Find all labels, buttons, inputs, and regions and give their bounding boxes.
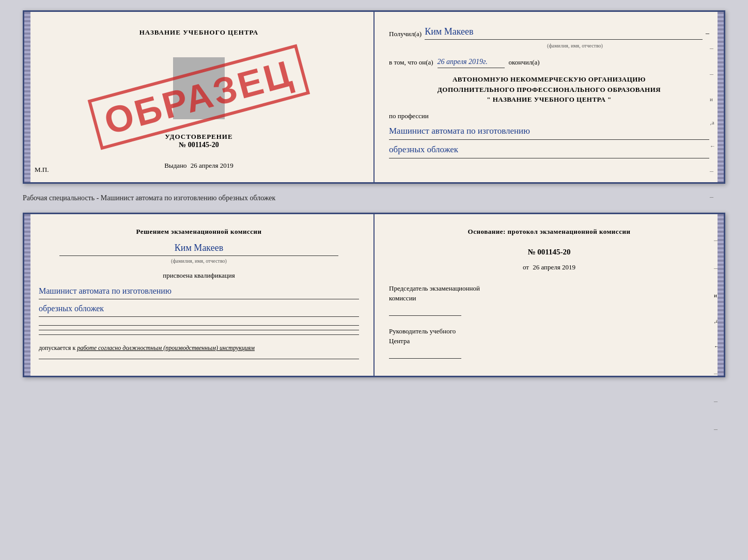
kvalif-line1: Машинист автомата по изготовлению bbox=[39, 284, 359, 299]
bottom-separator-line2 bbox=[39, 330, 359, 330]
vydano-line: Выдано 26 апреля 2019 bbox=[164, 162, 233, 170]
top-right-panel: Получил(а) Ким Макеев – (фамилия, имя, о… bbox=[375, 12, 724, 182]
caption-line: Рабочая специальность - Машинист автомат… bbox=[23, 192, 725, 204]
fio-subtitle: (фамилия, имя, отчество) bbox=[441, 42, 709, 50]
predsedatel-block: Председатель экзаменационной комиссии bbox=[389, 283, 709, 316]
spine-bottom-right bbox=[718, 214, 724, 376]
protocol-date: 26 апреля 2019 bbox=[533, 263, 575, 271]
rukovoditel-signature-line bbox=[389, 348, 461, 359]
rukovoditel-label: Руководитель учебного bbox=[389, 326, 709, 337]
predsedatel-signature-line bbox=[389, 306, 461, 316]
spine-right bbox=[718, 12, 724, 182]
org-line1: АВТОНОМНУЮ НЕКОММЕРЧЕСКУЮ ОРГАНИЗАЦИЮ bbox=[389, 74, 709, 85]
dopuskaetsya-block: допускается к работе согласно должностны… bbox=[39, 343, 359, 353]
side-label-arrow: ← bbox=[710, 142, 715, 151]
bottom-right-panel: Основание: протокол экзаменационной коми… bbox=[375, 214, 724, 376]
resheniem-title: Решением экзаменационной комиссии bbox=[39, 227, 359, 237]
right-side-lines: – – и ‚а ← – – – bbox=[710, 43, 715, 229]
po-professii-label: по профессии bbox=[389, 111, 709, 122]
org-line2: ДОПОЛНИТЕЛЬНОГО ПРОФЕССИОНАЛЬНОГО ОБРАЗО… bbox=[389, 85, 709, 95]
vydano-label: Выдано bbox=[164, 162, 186, 169]
udostoverenie-title: УДОСТОВЕРЕНИЕ bbox=[165, 133, 232, 141]
centra-label: Центра bbox=[389, 336, 709, 346]
protocol-number: № 001145-20 bbox=[389, 246, 709, 258]
prisvoena-label: присвоена квалификация bbox=[39, 270, 359, 281]
dopusk-label: допускается к bbox=[39, 344, 75, 351]
bottom-separator-line4 bbox=[39, 359, 359, 359]
kvalif-line2: обрезных обложек bbox=[39, 301, 359, 317]
protocol-date-line: от 26 апреля 2019 bbox=[389, 262, 709, 273]
rukovoditel-block: Руководитель учебного Центра bbox=[389, 326, 709, 359]
school-title: НАЗВАНИЕ УЧЕБНОГО ЦЕНТРА bbox=[139, 28, 259, 37]
photo-placeholder bbox=[173, 57, 225, 119]
bottom-left-panel: Решением экзаменационной комиссии Ким Ма… bbox=[24, 214, 375, 376]
mp-label: М.П. bbox=[35, 166, 49, 174]
org-block: АВТОНОМНУЮ НЕКОММЕРЧЕСКУЮ ОРГАНИЗАЦИЮ ДО… bbox=[389, 74, 709, 105]
fio-sub-bottom: (фамилия, имя, отчество) bbox=[39, 257, 359, 265]
side-label-i: и bbox=[710, 95, 715, 104]
side-label-a: ‚а bbox=[710, 118, 715, 127]
komissia-person-name: Ким Макеев bbox=[59, 241, 338, 256]
profession-line1: Машинист автомата по изготовлению bbox=[389, 123, 709, 140]
side-dash-4: – bbox=[710, 191, 715, 203]
recipient-name: Ким Макеев bbox=[425, 24, 703, 40]
vtom-label: в том, что он(а) bbox=[389, 57, 433, 68]
profession-line2: обрезных обложек bbox=[389, 142, 709, 158]
bottom-separator-line3 bbox=[39, 334, 359, 335]
top-left-panel: НАЗВАНИЕ УЧЕБНОГО ЦЕНТРА ОБРАЗЕЦ УДОСТОВ… bbox=[24, 12, 375, 182]
predsedatel-label: Председатель экзаменационной bbox=[389, 283, 709, 294]
bottom-document: Решением экзаменационной комиссии Ким Ма… bbox=[23, 213, 725, 377]
vydano-date: 26 апреля 2019 bbox=[191, 162, 233, 169]
document-number: № 001145-20 bbox=[165, 141, 232, 149]
bottom-separator-line1 bbox=[39, 325, 359, 326]
side-dash-2: – bbox=[710, 69, 715, 80]
side-dash-1: – bbox=[710, 43, 715, 54]
completion-date: 26 апреля 2019г. bbox=[438, 56, 505, 68]
okonchil-label: окончил(а) bbox=[509, 57, 540, 68]
dopusk-text: работе согласно должностным (производств… bbox=[77, 344, 255, 351]
dash: – bbox=[706, 28, 709, 39]
top-document: НАЗВАНИЕ УЧЕБНОГО ЦЕНТРА ОБРАЗЕЦ УДОСТОВ… bbox=[23, 10, 725, 184]
ot-label: от bbox=[523, 263, 529, 271]
osnovanie-title: Основание: протокол экзаменационной коми… bbox=[389, 227, 709, 237]
org-quote: " НАЗВАНИЕ УЧЕБНОГО ЦЕНТРА " bbox=[389, 94, 709, 105]
udostoverenie-block: УДОСТОВЕРЕНИЕ № 001145-20 bbox=[165, 133, 232, 149]
poluchil-label: Получил(а) bbox=[389, 29, 422, 40]
r-dash-4: – bbox=[714, 396, 720, 407]
poluchil-line: Получил(а) Ким Макеев – bbox=[389, 24, 709, 40]
vtom-line: в том, что он(а) 26 апреля 2019г. окончи… bbox=[389, 56, 709, 68]
side-dash-3: – bbox=[710, 166, 715, 177]
r-dash-5: – bbox=[714, 424, 720, 435]
komissia-label: комиссии bbox=[389, 293, 709, 303]
